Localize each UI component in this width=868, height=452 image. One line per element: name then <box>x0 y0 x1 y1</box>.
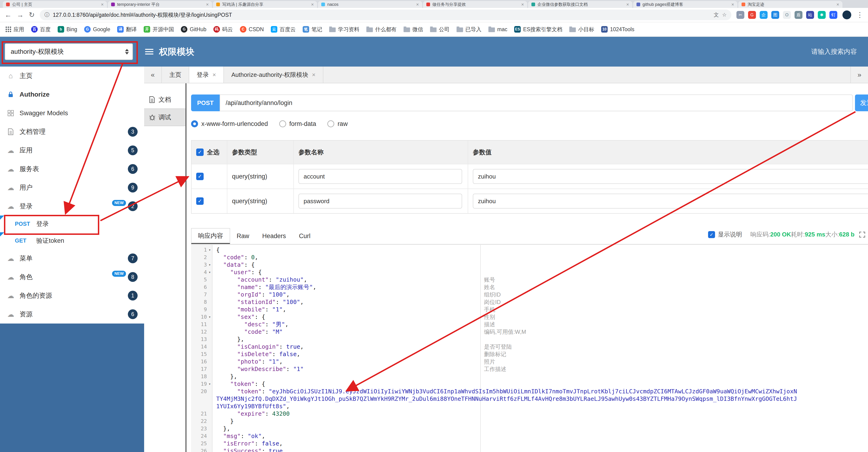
address-bar[interactable]: ⓘ 127.0.0.1:8760/api/gate/doc.html#/auth… <box>40 9 731 20</box>
param-name-input[interactable] <box>299 194 462 208</box>
extension-icon[interactable]: 企 <box>760 11 768 19</box>
param-name-input[interactable] <box>299 169 462 184</box>
fold-arrow-icon[interactable]: ▾ <box>207 261 213 269</box>
bookmark-item[interactable]: mac <box>488 26 507 33</box>
sidebar-item[interactable]: ☁菜单7 <box>0 249 144 268</box>
view-tab[interactable]: 文档 <box>144 91 186 109</box>
header-search-input[interactable]: 请输入搜索内容 <box>811 47 857 56</box>
param-checkbox[interactable]: ✓ <box>196 173 204 180</box>
content-type-radio[interactable]: x-www-form-urlencoded <box>191 120 268 128</box>
bookmark-item[interactable]: CCSDN <box>240 26 264 33</box>
page-info-icon[interactable]: ⓘ <box>44 11 50 19</box>
tab-close-icon[interactable]: × <box>213 71 216 79</box>
profile-avatar[interactable] <box>842 10 851 19</box>
request-path-input[interactable] <box>220 94 853 111</box>
bookmark-star-icon[interactable]: ☆ <box>722 12 727 18</box>
content-type-radio[interactable]: form-data <box>279 120 316 128</box>
fullscreen-icon[interactable] <box>859 232 865 238</box>
sidebar-item[interactable]: Authorize <box>0 85 144 104</box>
sidebar-item[interactable]: ☁服务表6 <box>0 160 144 178</box>
bookmark-item[interactable]: 应用 <box>6 26 24 33</box>
bookmark-item[interactable]: 小目标 <box>569 26 594 33</box>
bookmark-item[interactable]: ESES搜索引擎文档 <box>514 26 562 33</box>
doc-tab[interactable]: 登录× <box>189 66 224 83</box>
service-select[interactable]: authority-权限模块 <box>5 43 133 60</box>
sidebar-item[interactable]: ☁资源6 <box>0 305 144 323</box>
browser-tab[interactable]: 写鸡汤 | 乐趣源自分享× <box>213 1 317 8</box>
browser-tab[interactable]: github pages搭建博客× <box>633 1 737 8</box>
fold-arrow-icon[interactable]: ▾ <box>207 246 213 254</box>
bookmark-item[interactable]: GGoogle <box>84 26 110 33</box>
fold-arrow-icon[interactable]: ▾ <box>207 269 213 276</box>
extension-icon[interactable]: ✂ <box>737 11 744 19</box>
response-tab[interactable]: 响应内容 <box>191 228 230 244</box>
select-all-checkbox[interactable]: ✓ <box>196 148 204 156</box>
translate-icon[interactable]: 文 <box>714 11 719 19</box>
tabs-expand-icon[interactable]: » <box>850 66 868 83</box>
extension-icon[interactable]: G <box>748 11 756 19</box>
sidebar-item[interactable]: 文档管理3 <box>0 122 144 141</box>
forward-icon[interactable]: → <box>17 11 24 19</box>
menu-toggle-icon[interactable] <box>145 49 153 54</box>
browser-menu-icon[interactable]: ⋮ <box>857 11 863 19</box>
tab-close-icon[interactable]: × <box>206 2 209 7</box>
send-button[interactable]: 发送 <box>855 94 868 111</box>
fold-arrow-icon[interactable]: ▾ <box>207 313 213 321</box>
extension-icon[interactable]: ✱ <box>818 11 826 19</box>
bookmark-item[interactable]: 微信 <box>404 26 423 33</box>
bookmark-item[interactable]: 开开源中国 <box>144 26 174 33</box>
extension-icon[interactable]: 钉 <box>829 11 837 19</box>
extension-icon[interactable]: 图 <box>771 11 779 19</box>
tab-close-icon[interactable]: × <box>521 2 524 7</box>
doc-tab[interactable]: Authorize-authority-权限模块× <box>224 66 323 83</box>
browser-tab[interactable]: temporary-interior 平台× <box>108 1 212 8</box>
reload-icon[interactable]: ↻ <box>29 11 35 19</box>
tab-close-icon[interactable]: × <box>731 2 734 7</box>
param-value-input[interactable] <box>473 169 868 184</box>
sidebar-item[interactable]: ☁角色的资源1 <box>0 286 144 305</box>
response-tab[interactable]: Curl <box>292 228 317 244</box>
tab-close-icon[interactable]: × <box>836 2 839 7</box>
param-checkbox[interactable]: ✓ <box>196 197 204 205</box>
bookmark-item[interactable]: 译翻译 <box>117 26 137 33</box>
bookmark-item[interactable]: 已导入 <box>457 26 482 33</box>
bookmark-item[interactable]: 学习资料 <box>329 26 360 33</box>
sidebar-api-item[interactable]: POST登录 <box>0 216 144 232</box>
tab-close-icon[interactable]: × <box>626 2 629 7</box>
param-value-input[interactable] <box>473 194 868 208</box>
sidebar-item[interactable]: ⌂主页 <box>0 66 144 85</box>
bookmark-item[interactable]: 百百度 <box>31 26 51 33</box>
bookmark-item[interactable]: 云百度云 <box>271 26 296 33</box>
bookmark-item[interactable]: 101024Tools <box>601 26 634 33</box>
bookmark-item[interactable]: 笔笔记 <box>303 26 322 33</box>
extension-icon[interactable]: 站 <box>806 11 814 19</box>
fold-arrow-icon[interactable]: ▾ <box>207 380 213 388</box>
bookmark-item[interactable]: GGitHub <box>181 26 207 33</box>
bookmark-item[interactable]: 码码云 <box>213 26 233 33</box>
sidebar-item[interactable]: ☁用户9 <box>0 178 144 197</box>
sidebar-item[interactable]: ☁应用5 <box>0 141 144 160</box>
tab-close-icon[interactable]: × <box>311 2 314 7</box>
sidebar-item[interactable]: ☁登录NEW2 <box>0 197 144 216</box>
view-tab[interactable]: 调试 <box>144 109 186 126</box>
sidebar-item[interactable]: ☁角色NEW8 <box>0 268 144 286</box>
browser-tab[interactable]: 企业微信参数获取接口文档× <box>528 1 632 8</box>
bookmark-item[interactable]: bBing <box>58 26 77 33</box>
bookmark-item[interactable]: 什么都有 <box>366 26 397 33</box>
sidebar-item[interactable]: Swagger Models <box>0 104 144 122</box>
browser-tab[interactable]: 做任务与分享提效× <box>423 1 527 8</box>
browser-tab[interactable]: 公司 | 主页× <box>3 1 107 8</box>
doc-tab[interactable]: 主页 <box>162 66 189 83</box>
response-tab[interactable]: Raw <box>230 228 256 244</box>
content-type-radio[interactable]: raw <box>327 120 348 128</box>
extension-icon[interactable]: 盾 <box>795 11 802 19</box>
browser-tab[interactable]: 淘宝足迹× <box>738 1 842 8</box>
extension-icon[interactable]: O <box>783 11 791 19</box>
tabs-collapse-icon[interactable]: « <box>144 66 162 83</box>
tab-close-icon[interactable]: × <box>312 71 315 79</box>
back-icon[interactable]: ← <box>5 11 11 19</box>
bookmark-item[interactable]: 公司 <box>430 26 450 33</box>
response-tab[interactable]: Headers <box>256 228 292 244</box>
tab-close-icon[interactable]: × <box>101 2 104 7</box>
tab-close-icon[interactable]: × <box>416 2 419 7</box>
